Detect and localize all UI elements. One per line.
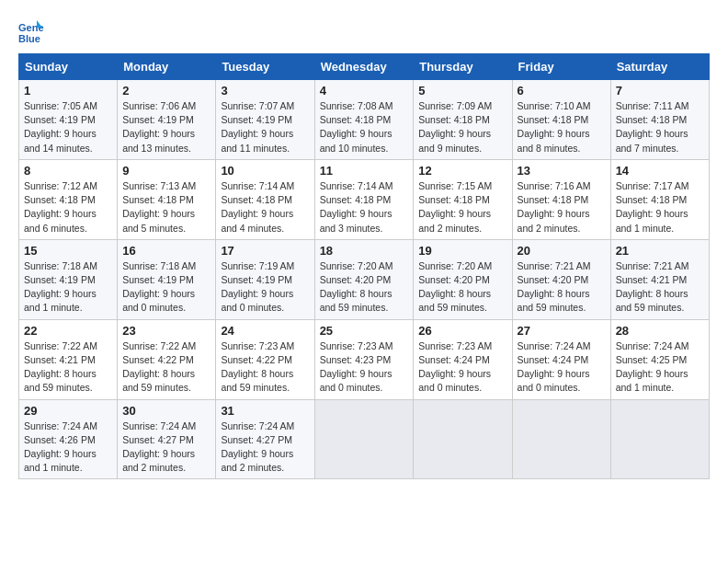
day-number: 21 [616, 244, 704, 258]
day-number: 25 [320, 324, 409, 338]
calendar-body: 1Sunrise: 7:05 AM Sunset: 4:19 PM Daylig… [19, 80, 710, 479]
day-info: Sunrise: 7:21 AM Sunset: 4:21 PM Dayligh… [616, 259, 704, 316]
calendar-cell: 22Sunrise: 7:22 AM Sunset: 4:21 PM Dayli… [19, 319, 118, 399]
day-number: 19 [418, 244, 506, 258]
calendar-table: SundayMondayTuesdayWednesdayThursdayFrid… [18, 53, 710, 479]
day-info: Sunrise: 7:06 AM Sunset: 4:19 PM Dayligh… [122, 99, 210, 155]
day-info: Sunrise: 7:22 AM Sunset: 4:21 PM Dayligh… [24, 339, 112, 396]
weekday-monday: Monday [118, 54, 216, 80]
calendar-cell: 31Sunrise: 7:24 AM Sunset: 4:27 PM Dayli… [216, 399, 314, 479]
day-number: 17 [221, 244, 309, 258]
calendar-cell: 19Sunrise: 7:20 AM Sunset: 4:20 PM Dayli… [414, 239, 512, 319]
calendar-cell: 4Sunrise: 7:08 AM Sunset: 4:18 PM Daylig… [314, 80, 414, 160]
calendar-cell: 14Sunrise: 7:17 AM Sunset: 4:18 PM Dayli… [610, 159, 709, 239]
day-info: Sunrise: 7:07 AM Sunset: 4:19 PM Dayligh… [221, 99, 309, 155]
day-number: 15 [24, 244, 112, 258]
calendar-row: 8Sunrise: 7:12 AM Sunset: 4:18 PM Daylig… [19, 159, 710, 239]
day-info: Sunrise: 7:24 AM Sunset: 4:26 PM Dayligh… [24, 419, 112, 476]
day-number: 6 [518, 84, 606, 98]
day-info: Sunrise: 7:18 AM Sunset: 4:19 PM Dayligh… [24, 259, 112, 316]
calendar-cell: 17Sunrise: 7:19 AM Sunset: 4:19 PM Dayli… [216, 239, 314, 319]
calendar-cell: 18Sunrise: 7:20 AM Sunset: 4:20 PM Dayli… [314, 239, 414, 319]
weekday-friday: Friday [512, 54, 610, 80]
calendar-cell: 5Sunrise: 7:09 AM Sunset: 4:18 PM Daylig… [414, 80, 512, 160]
calendar-cell [610, 399, 709, 479]
page-header: General Blue [18, 18, 710, 44]
day-number: 30 [122, 404, 210, 418]
calendar-cell: 27Sunrise: 7:24 AM Sunset: 4:24 PM Dayli… [512, 319, 610, 399]
day-info: Sunrise: 7:18 AM Sunset: 4:19 PM Dayligh… [122, 259, 210, 316]
day-number: 1 [24, 84, 112, 98]
day-number: 27 [518, 324, 606, 338]
day-info: Sunrise: 7:20 AM Sunset: 4:20 PM Dayligh… [320, 259, 409, 316]
day-number: 23 [122, 324, 210, 338]
day-info: Sunrise: 7:19 AM Sunset: 4:19 PM Dayligh… [221, 259, 309, 316]
day-number: 5 [418, 84, 506, 98]
day-number: 3 [221, 84, 309, 98]
day-info: Sunrise: 7:24 AM Sunset: 4:24 PM Dayligh… [518, 339, 606, 396]
day-info: Sunrise: 7:22 AM Sunset: 4:22 PM Dayligh… [122, 339, 210, 396]
calendar-cell: 26Sunrise: 7:23 AM Sunset: 4:24 PM Dayli… [414, 319, 512, 399]
day-number: 9 [122, 164, 210, 178]
calendar-cell [414, 399, 512, 479]
day-number: 29 [24, 404, 112, 418]
calendar-row: 1Sunrise: 7:05 AM Sunset: 4:19 PM Daylig… [19, 80, 710, 160]
day-number: 28 [616, 324, 704, 338]
calendar-cell: 3Sunrise: 7:07 AM Sunset: 4:19 PM Daylig… [216, 80, 314, 160]
day-number: 20 [518, 244, 606, 258]
day-number: 2 [122, 84, 210, 98]
day-info: Sunrise: 7:12 AM Sunset: 4:18 PM Dayligh… [24, 179, 112, 236]
calendar-cell: 13Sunrise: 7:16 AM Sunset: 4:18 PM Dayli… [512, 159, 610, 239]
day-info: Sunrise: 7:21 AM Sunset: 4:20 PM Dayligh… [518, 259, 606, 316]
day-number: 14 [616, 164, 704, 178]
day-info: Sunrise: 7:23 AM Sunset: 4:24 PM Dayligh… [418, 339, 506, 396]
svg-text:Blue: Blue [18, 33, 40, 44]
calendar-row: 15Sunrise: 7:18 AM Sunset: 4:19 PM Dayli… [19, 239, 710, 319]
day-number: 18 [320, 244, 409, 258]
weekday-sunday: Sunday [19, 54, 118, 80]
calendar-cell: 7Sunrise: 7:11 AM Sunset: 4:18 PM Daylig… [610, 80, 709, 160]
day-number: 8 [24, 164, 112, 178]
calendar-cell: 10Sunrise: 7:14 AM Sunset: 4:18 PM Dayli… [216, 159, 314, 239]
calendar-cell: 8Sunrise: 7:12 AM Sunset: 4:18 PM Daylig… [19, 159, 118, 239]
day-number: 10 [221, 164, 309, 178]
calendar-cell: 11Sunrise: 7:14 AM Sunset: 4:18 PM Dayli… [314, 159, 414, 239]
day-info: Sunrise: 7:24 AM Sunset: 4:27 PM Dayligh… [122, 419, 210, 476]
day-info: Sunrise: 7:13 AM Sunset: 4:18 PM Dayligh… [122, 179, 210, 236]
day-number: 26 [418, 324, 506, 338]
day-number: 13 [518, 164, 606, 178]
day-info: Sunrise: 7:16 AM Sunset: 4:18 PM Dayligh… [518, 179, 606, 236]
day-info: Sunrise: 7:15 AM Sunset: 4:18 PM Dayligh… [418, 179, 506, 236]
calendar-cell: 23Sunrise: 7:22 AM Sunset: 4:22 PM Dayli… [118, 319, 216, 399]
day-info: Sunrise: 7:20 AM Sunset: 4:20 PM Dayligh… [418, 259, 506, 316]
day-number: 31 [221, 404, 309, 418]
calendar-cell: 29Sunrise: 7:24 AM Sunset: 4:26 PM Dayli… [19, 399, 118, 479]
day-number: 12 [418, 164, 506, 178]
calendar-cell: 21Sunrise: 7:21 AM Sunset: 4:21 PM Dayli… [610, 239, 709, 319]
calendar-cell: 1Sunrise: 7:05 AM Sunset: 4:19 PM Daylig… [19, 80, 118, 160]
day-info: Sunrise: 7:24 AM Sunset: 4:25 PM Dayligh… [616, 339, 704, 396]
calendar-cell: 28Sunrise: 7:24 AM Sunset: 4:25 PM Dayli… [610, 319, 709, 399]
calendar-cell [314, 399, 414, 479]
weekday-thursday: Thursday [414, 54, 512, 80]
calendar-cell: 2Sunrise: 7:06 AM Sunset: 4:19 PM Daylig… [118, 80, 216, 160]
day-info: Sunrise: 7:14 AM Sunset: 4:18 PM Dayligh… [221, 179, 309, 236]
weekday-saturday: Saturday [610, 54, 709, 80]
calendar-cell: 25Sunrise: 7:23 AM Sunset: 4:23 PM Dayli… [314, 319, 414, 399]
day-number: 11 [320, 164, 409, 178]
day-number: 7 [616, 84, 704, 98]
logo: General Blue [18, 18, 48, 44]
weekday-header-row: SundayMondayTuesdayWednesdayThursdayFrid… [19, 54, 710, 80]
calendar-cell: 9Sunrise: 7:13 AM Sunset: 4:18 PM Daylig… [118, 159, 216, 239]
day-number: 4 [320, 84, 409, 98]
calendar-row: 29Sunrise: 7:24 AM Sunset: 4:26 PM Dayli… [19, 399, 710, 479]
calendar-row: 22Sunrise: 7:22 AM Sunset: 4:21 PM Dayli… [19, 319, 710, 399]
day-number: 22 [24, 324, 112, 338]
calendar-cell: 20Sunrise: 7:21 AM Sunset: 4:20 PM Dayli… [512, 239, 610, 319]
calendar-cell: 16Sunrise: 7:18 AM Sunset: 4:19 PM Dayli… [118, 239, 216, 319]
calendar-cell: 30Sunrise: 7:24 AM Sunset: 4:27 PM Dayli… [118, 399, 216, 479]
day-info: Sunrise: 7:24 AM Sunset: 4:27 PM Dayligh… [221, 419, 309, 476]
logo-icon: General Blue [18, 18, 44, 44]
calendar-cell: 24Sunrise: 7:23 AM Sunset: 4:22 PM Dayli… [216, 319, 314, 399]
day-info: Sunrise: 7:17 AM Sunset: 4:18 PM Dayligh… [616, 179, 704, 236]
